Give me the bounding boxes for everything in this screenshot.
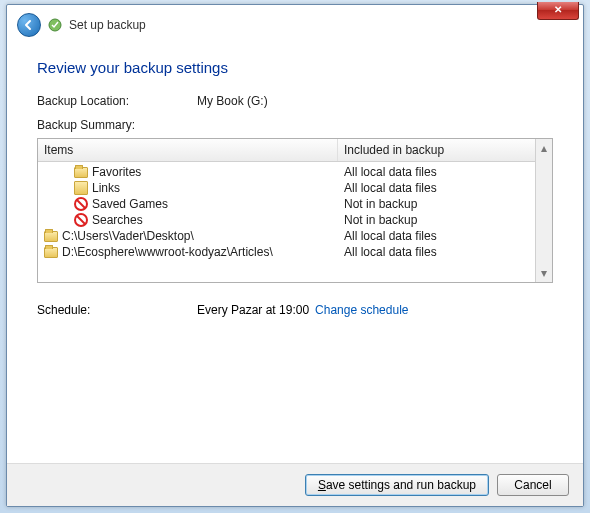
backup-location-label: Backup Location: — [37, 94, 197, 108]
folder-icon — [74, 165, 88, 179]
cell-item: Saved Games — [38, 197, 338, 211]
item-name: Saved Games — [92, 197, 168, 211]
column-items[interactable]: Items — [38, 139, 338, 161]
change-schedule-link[interactable]: Change schedule — [315, 303, 408, 317]
footer: Save settings and run backup Cancel — [7, 463, 583, 506]
header: Set up backup — [7, 5, 583, 43]
folder-icon — [44, 245, 58, 259]
schedule-row: Schedule: Every Pazar at 19:00 Change sc… — [37, 303, 553, 317]
column-included[interactable]: Included in backup — [338, 139, 552, 161]
backup-location-row: Backup Location: My Book (G:) — [37, 94, 553, 108]
scroll-up-icon[interactable]: ▴ — [541, 141, 547, 155]
table-row[interactable]: LinksAll local data files — [38, 180, 535, 196]
summary-label: Backup Summary: — [37, 118, 553, 132]
summary-table: Items Included in backup FavoritesAll lo… — [37, 138, 553, 283]
table-row[interactable]: Saved GamesNot in backup — [38, 196, 535, 212]
cell-item: D:\Ecosphere\wwwroot-kodyaz\Articles\ — [38, 245, 338, 259]
item-name: Favorites — [92, 165, 141, 179]
cell-included: All local data files — [338, 229, 535, 243]
item-name: C:\Users\Vader\Desktop\ — [62, 229, 194, 243]
cell-included: All local data files — [338, 245, 535, 259]
cell-included: Not in backup — [338, 197, 535, 211]
close-icon: ✕ — [554, 4, 562, 15]
scrollbar[interactable]: ▴ ▾ — [535, 139, 552, 282]
table-row[interactable]: SearchesNot in backup — [38, 212, 535, 228]
back-arrow-icon — [23, 19, 35, 31]
cancel-button[interactable]: Cancel — [497, 474, 569, 496]
scroll-down-icon[interactable]: ▾ — [541, 266, 547, 280]
cell-item: Links — [38, 181, 338, 195]
table-row[interactable]: C:\Users\Vader\Desktop\All local data fi… — [38, 228, 535, 244]
table-body: FavoritesAll local data filesLinksAll lo… — [38, 162, 535, 262]
schedule-label: Schedule: — [37, 303, 197, 317]
table-header: Items Included in backup — [38, 139, 552, 162]
cell-included: Not in backup — [338, 213, 535, 227]
cell-included: All local data files — [338, 181, 535, 195]
backup-location-value: My Book (G:) — [197, 94, 268, 108]
item-name: Links — [92, 181, 120, 195]
table-row[interactable]: D:\Ecosphere\wwwroot-kodyaz\Articles\All… — [38, 244, 535, 260]
header-title: Set up backup — [69, 18, 146, 32]
excluded-icon — [74, 197, 88, 211]
wizard-window: ✕ Set up backup Review your backup setti… — [6, 4, 584, 507]
cell-included: All local data files — [338, 165, 535, 179]
close-button[interactable]: ✕ — [537, 2, 579, 20]
cell-item: Favorites — [38, 165, 338, 179]
table-row[interactable]: FavoritesAll local data files — [38, 164, 535, 180]
page-heading: Review your backup settings — [37, 59, 553, 76]
item-name: Searches — [92, 213, 143, 227]
item-name: D:\Ecosphere\wwwroot-kodyaz\Articles\ — [62, 245, 273, 259]
links-icon — [74, 181, 88, 195]
cell-item: C:\Users\Vader\Desktop\ — [38, 229, 338, 243]
folder-icon — [44, 229, 58, 243]
schedule-value: Every Pazar at 19:00 — [197, 303, 309, 317]
back-button[interactable] — [17, 13, 41, 37]
cell-item: Searches — [38, 213, 338, 227]
content: Review your backup settings Backup Locat… — [7, 43, 583, 463]
excluded-icon — [74, 213, 88, 227]
save-and-run-button[interactable]: Save settings and run backup — [305, 474, 489, 496]
wizard-icon — [47, 17, 63, 33]
